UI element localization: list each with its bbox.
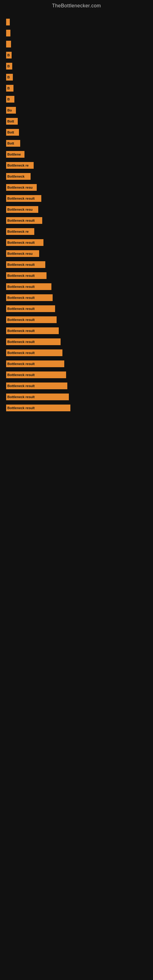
bar-label: Bottleneck result xyxy=(7,373,35,377)
bar-row: B xyxy=(6,62,147,70)
bar-item: Bott xyxy=(6,140,20,147)
bar-row: Bottleneck xyxy=(6,172,147,181)
bar-label: Bottleneck result xyxy=(7,351,35,355)
bar-row: Bottleneck result xyxy=(6,315,147,324)
bar-row: Bottleneck result xyxy=(6,271,147,280)
bar-item xyxy=(6,19,10,25)
bar-item: Bottleneck result xyxy=(6,382,67,389)
bar-item: B xyxy=(6,96,14,103)
bar-row: Bottleneck result xyxy=(6,371,147,379)
bar-item: B xyxy=(6,85,13,92)
bar-label: Bottleneck result xyxy=(7,395,35,399)
bar-label: Bott xyxy=(7,119,14,123)
bar-row: Bott xyxy=(6,139,147,148)
bar-row xyxy=(6,40,147,48)
bar-label: B xyxy=(7,86,10,90)
bar-item: Bottleneck resu xyxy=(6,184,37,191)
bar-label: Bottleneck result xyxy=(7,285,35,288)
bar-item: Bottleneck result xyxy=(6,294,53,301)
bar-label: Bottleneck resu xyxy=(7,208,33,211)
bar-label: Bottleneck result xyxy=(7,241,35,244)
bar-row: Bottleneck result xyxy=(6,382,147,390)
bar-row: Bottleneck result xyxy=(6,326,147,335)
bar-row: Bottleneck result xyxy=(6,238,147,247)
bar-label: B xyxy=(7,97,10,101)
bar-row: Bottleneck result xyxy=(6,260,147,269)
site-title: TheBottlenecker.com xyxy=(0,0,153,15)
bar-item: Bottleneck result xyxy=(6,328,59,334)
bar-row: Bottleneck re xyxy=(6,161,147,170)
bar-item: Bott xyxy=(6,129,19,136)
bar-row xyxy=(6,29,147,37)
bar-row: Bottleneck re xyxy=(6,227,147,236)
bar-row: Bottleneck result xyxy=(6,404,147,412)
bar-row: Bo xyxy=(6,106,147,115)
bar-row: Bottleneck result xyxy=(6,293,147,302)
bar-row: B xyxy=(6,51,147,59)
bar-item: Bottleneck result xyxy=(6,305,55,312)
bar-label: Bottleneck result xyxy=(7,197,35,200)
bar-row: Bottleneck result xyxy=(6,393,147,401)
bar-row: Bottleneck result xyxy=(6,360,147,368)
bar-row: B xyxy=(6,95,147,103)
bar-label: B xyxy=(7,64,10,68)
bar-row: B xyxy=(6,84,147,92)
bar-label: Bottleneck result xyxy=(7,219,35,222)
bar-item: Bottleneck result xyxy=(6,272,46,279)
bar-item: Bottleneck result xyxy=(6,350,62,356)
bar-label: Bottleneck result xyxy=(7,263,35,266)
bar-label: Bottleneck re xyxy=(7,164,29,167)
bar-item: Bottleneck re xyxy=(6,162,33,169)
bar-label: Bottleneck result xyxy=(7,406,35,410)
bar-item: Bottleneck result xyxy=(6,404,70,411)
bar-label: Bott xyxy=(7,130,14,134)
bar-row: B xyxy=(6,73,147,81)
bar-item: Bottleneck re xyxy=(6,228,34,235)
bar-item: Bottleneck xyxy=(6,173,30,180)
bar-item: Bottleneck result xyxy=(6,360,64,367)
bar-row: Bottleneck result xyxy=(6,216,147,225)
bar-label: Bottleneck resu xyxy=(7,186,33,189)
bar-row: Bottleneck result xyxy=(6,348,147,357)
bar-item: Bo xyxy=(6,107,16,114)
bar-item: Bottleneck result xyxy=(6,283,51,290)
bar-item: Bottleneck result xyxy=(6,195,41,202)
bar-item: Bottleneck result xyxy=(6,239,43,246)
bar-item: Bottleneck result xyxy=(6,393,69,400)
bar-label: Bottleneck result xyxy=(7,296,35,299)
bar-item: B xyxy=(6,63,12,70)
bar-label: Bottleneck result xyxy=(7,274,35,277)
bar-item: Bott xyxy=(6,118,18,125)
bar-item: Bottleneck result xyxy=(6,217,42,224)
bar-label: Bott xyxy=(7,142,14,145)
bar-item: Bottleneck result xyxy=(6,261,45,268)
bar-label: Bottleneck re xyxy=(7,230,29,233)
bar-label: Bottlene xyxy=(7,153,21,156)
bar-item: B xyxy=(6,74,13,81)
bar-row: Bottleneck result xyxy=(6,194,147,203)
bar-row: Bottleneck result xyxy=(6,304,147,313)
bar-item: B xyxy=(6,52,12,59)
bar-row: Bott xyxy=(6,117,147,126)
bar-row: Bottlene xyxy=(6,150,147,159)
bar-row: Bottleneck resu xyxy=(6,249,147,258)
bar-label: Bottleneck result xyxy=(7,340,35,344)
page-container: TheBottlenecker.com BBBBBBoBottBottBottB… xyxy=(0,0,153,980)
bar-item: Bottlene xyxy=(6,151,24,158)
bar-item xyxy=(6,30,10,37)
bar-item: Bottleneck resu xyxy=(6,250,39,257)
bar-row: Bottleneck resu xyxy=(6,183,147,192)
bar-label: Bottleneck result xyxy=(7,362,35,366)
bar-row xyxy=(6,18,147,26)
bar-item: Bottleneck result xyxy=(6,339,61,345)
bar-label: Bo xyxy=(7,108,12,112)
bar-row: Bottleneck result xyxy=(6,337,147,346)
bar-item xyxy=(6,41,11,48)
bar-label: B xyxy=(7,75,10,79)
bar-item: Bottleneck result xyxy=(6,317,57,323)
bar-label: Bottleneck result xyxy=(7,307,35,310)
bar-row: Bott xyxy=(6,128,147,137)
bar-label: Bottleneck result xyxy=(7,318,35,321)
bar-item: Bottleneck resu xyxy=(6,206,38,213)
bar-label: Bottleneck xyxy=(7,175,24,178)
